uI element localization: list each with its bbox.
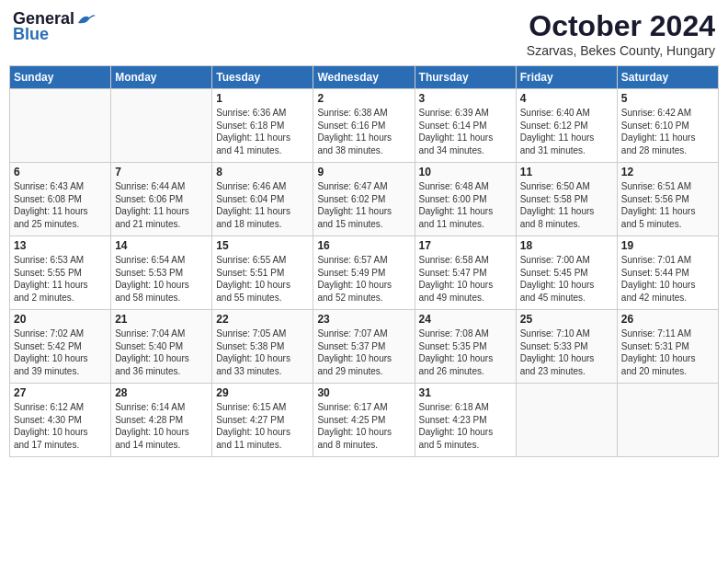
day-number: 13 bbox=[14, 239, 107, 252]
day-details: Sunrise: 6:17 AM Sunset: 4:25 PM Dayligh… bbox=[317, 401, 410, 451]
day-details: Sunrise: 7:08 AM Sunset: 5:35 PM Dayligh… bbox=[419, 327, 512, 377]
calendar-cell bbox=[617, 384, 718, 457]
calendar-cell: 25Sunrise: 7:10 AM Sunset: 5:33 PM Dayli… bbox=[516, 310, 617, 384]
calendar-table: SundayMondayTuesdayWednesdayThursdayFrid… bbox=[9, 65, 719, 457]
day-number: 28 bbox=[115, 386, 208, 399]
day-number: 29 bbox=[216, 386, 309, 399]
day-number: 15 bbox=[216, 239, 309, 252]
day-number: 18 bbox=[520, 239, 613, 252]
calendar-cell: 27Sunrise: 6:12 AM Sunset: 4:30 PM Dayli… bbox=[10, 384, 111, 457]
day-number: 16 bbox=[317, 239, 410, 252]
day-details: Sunrise: 6:18 AM Sunset: 4:23 PM Dayligh… bbox=[419, 401, 512, 451]
day-number: 2 bbox=[317, 92, 410, 105]
logo-blue-text: Blue bbox=[13, 25, 49, 44]
calendar-cell: 26Sunrise: 7:11 AM Sunset: 5:31 PM Dayli… bbox=[617, 310, 718, 384]
calendar-cell: 8Sunrise: 6:46 AM Sunset: 6:04 PM Daylig… bbox=[212, 163, 313, 236]
day-number: 3 bbox=[419, 92, 512, 105]
day-details: Sunrise: 6:54 AM Sunset: 5:53 PM Dayligh… bbox=[115, 254, 208, 304]
col-header-wednesday: Wednesday bbox=[313, 66, 415, 89]
day-number: 5 bbox=[621, 92, 714, 105]
day-number: 4 bbox=[520, 92, 613, 105]
calendar-week-4: 20Sunrise: 7:02 AM Sunset: 5:42 PM Dayli… bbox=[10, 310, 719, 384]
day-number: 26 bbox=[621, 313, 714, 326]
calendar-cell: 30Sunrise: 6:17 AM Sunset: 4:25 PM Dayli… bbox=[313, 384, 415, 457]
day-details: Sunrise: 6:15 AM Sunset: 4:27 PM Dayligh… bbox=[216, 401, 309, 451]
day-details: Sunrise: 6:55 AM Sunset: 5:51 PM Dayligh… bbox=[216, 254, 309, 304]
day-number: 23 bbox=[317, 313, 410, 326]
calendar-cell: 4Sunrise: 6:40 AM Sunset: 6:12 PM Daylig… bbox=[516, 89, 617, 163]
day-details: Sunrise: 6:46 AM Sunset: 6:04 PM Dayligh… bbox=[216, 180, 309, 230]
calendar-cell bbox=[516, 384, 617, 457]
col-header-thursday: Thursday bbox=[415, 66, 516, 89]
title-block: October 2024 Szarvas, Bekes County, Hung… bbox=[527, 9, 715, 58]
calendar-cell: 14Sunrise: 6:54 AM Sunset: 5:53 PM Dayli… bbox=[111, 236, 212, 310]
col-header-saturday: Saturday bbox=[617, 66, 718, 89]
col-header-monday: Monday bbox=[111, 66, 212, 89]
calendar-cell: 24Sunrise: 7:08 AM Sunset: 5:35 PM Dayli… bbox=[415, 310, 516, 384]
day-number: 9 bbox=[317, 166, 410, 178]
day-number: 10 bbox=[419, 166, 512, 178]
calendar-cell bbox=[111, 89, 212, 163]
day-details: Sunrise: 7:02 AM Sunset: 5:42 PM Dayligh… bbox=[14, 327, 107, 377]
day-number: 8 bbox=[216, 166, 309, 178]
calendar-cell: 31Sunrise: 6:18 AM Sunset: 4:23 PM Dayli… bbox=[415, 384, 516, 457]
calendar-cell: 11Sunrise: 6:50 AM Sunset: 5:58 PM Dayli… bbox=[516, 163, 617, 236]
day-details: Sunrise: 6:39 AM Sunset: 6:14 PM Dayligh… bbox=[419, 107, 512, 156]
calendar-cell: 22Sunrise: 7:05 AM Sunset: 5:38 PM Dayli… bbox=[212, 310, 313, 384]
day-details: Sunrise: 6:43 AM Sunset: 6:08 PM Dayligh… bbox=[14, 180, 107, 230]
day-details: Sunrise: 6:51 AM Sunset: 5:56 PM Dayligh… bbox=[621, 180, 714, 230]
calendar-cell bbox=[10, 89, 111, 163]
day-details: Sunrise: 7:07 AM Sunset: 5:37 PM Dayligh… bbox=[317, 327, 410, 377]
calendar-cell: 28Sunrise: 6:14 AM Sunset: 4:28 PM Dayli… bbox=[111, 384, 212, 457]
calendar-cell: 18Sunrise: 7:00 AM Sunset: 5:45 PM Dayli… bbox=[516, 236, 617, 310]
calendar-cell: 5Sunrise: 6:42 AM Sunset: 6:10 PM Daylig… bbox=[617, 89, 718, 163]
day-details: Sunrise: 6:47 AM Sunset: 6:02 PM Dayligh… bbox=[317, 180, 410, 230]
calendar-cell: 7Sunrise: 6:44 AM Sunset: 6:06 PM Daylig… bbox=[111, 163, 212, 236]
day-details: Sunrise: 6:44 AM Sunset: 6:06 PM Dayligh… bbox=[115, 180, 208, 230]
calendar-cell: 12Sunrise: 6:51 AM Sunset: 5:56 PM Dayli… bbox=[617, 163, 718, 236]
page-header: General Blue October 2024 Szarvas, Bekes… bbox=[9, 9, 719, 58]
col-header-tuesday: Tuesday bbox=[212, 66, 313, 89]
calendar-cell: 29Sunrise: 6:15 AM Sunset: 4:27 PM Dayli… bbox=[212, 384, 313, 457]
logo-bird-icon bbox=[76, 12, 97, 27]
day-details: Sunrise: 6:58 AM Sunset: 5:47 PM Dayligh… bbox=[419, 254, 512, 304]
day-number: 24 bbox=[419, 313, 512, 326]
calendar-cell: 10Sunrise: 6:48 AM Sunset: 6:00 PM Dayli… bbox=[415, 163, 516, 236]
calendar-week-2: 6Sunrise: 6:43 AM Sunset: 6:08 PM Daylig… bbox=[10, 163, 719, 236]
day-number: 25 bbox=[520, 313, 613, 326]
day-number: 12 bbox=[621, 166, 714, 178]
day-number: 1 bbox=[216, 92, 309, 105]
day-number: 11 bbox=[520, 166, 613, 178]
calendar-cell: 3Sunrise: 6:39 AM Sunset: 6:14 PM Daylig… bbox=[415, 89, 516, 163]
day-details: Sunrise: 7:11 AM Sunset: 5:31 PM Dayligh… bbox=[621, 327, 714, 377]
day-details: Sunrise: 6:38 AM Sunset: 6:16 PM Dayligh… bbox=[317, 107, 410, 156]
day-number: 27 bbox=[14, 386, 107, 399]
day-details: Sunrise: 6:36 AM Sunset: 6:18 PM Dayligh… bbox=[216, 107, 309, 156]
day-number: 30 bbox=[317, 386, 410, 399]
day-details: Sunrise: 6:53 AM Sunset: 5:55 PM Dayligh… bbox=[14, 254, 107, 304]
day-number: 19 bbox=[621, 239, 714, 252]
calendar-cell: 13Sunrise: 6:53 AM Sunset: 5:55 PM Dayli… bbox=[10, 236, 111, 310]
day-details: Sunrise: 7:10 AM Sunset: 5:33 PM Dayligh… bbox=[520, 327, 613, 377]
calendar-cell: 17Sunrise: 6:58 AM Sunset: 5:47 PM Dayli… bbox=[415, 236, 516, 310]
day-details: Sunrise: 6:48 AM Sunset: 6:00 PM Dayligh… bbox=[419, 180, 512, 230]
col-header-sunday: Sunday bbox=[10, 66, 111, 89]
calendar-cell: 2Sunrise: 6:38 AM Sunset: 6:16 PM Daylig… bbox=[313, 89, 415, 163]
day-number: 21 bbox=[115, 313, 208, 326]
day-details: Sunrise: 6:12 AM Sunset: 4:30 PM Dayligh… bbox=[14, 401, 107, 451]
calendar-cell: 20Sunrise: 7:02 AM Sunset: 5:42 PM Dayli… bbox=[10, 310, 111, 384]
day-details: Sunrise: 6:40 AM Sunset: 6:12 PM Dayligh… bbox=[520, 107, 613, 156]
month-title: October 2024 bbox=[527, 9, 715, 43]
day-number: 17 bbox=[419, 239, 512, 252]
calendar-week-5: 27Sunrise: 6:12 AM Sunset: 4:30 PM Dayli… bbox=[10, 384, 719, 457]
calendar-cell: 9Sunrise: 6:47 AM Sunset: 6:02 PM Daylig… bbox=[313, 163, 415, 236]
location-title: Szarvas, Bekes County, Hungary bbox=[527, 43, 715, 58]
day-number: 6 bbox=[14, 166, 107, 178]
col-header-friday: Friday bbox=[516, 66, 617, 89]
calendar-cell: 1Sunrise: 6:36 AM Sunset: 6:18 PM Daylig… bbox=[212, 89, 313, 163]
day-details: Sunrise: 7:04 AM Sunset: 5:40 PM Dayligh… bbox=[115, 327, 208, 377]
day-number: 7 bbox=[115, 166, 208, 178]
day-number: 31 bbox=[419, 386, 512, 399]
day-number: 20 bbox=[14, 313, 107, 326]
day-details: Sunrise: 6:14 AM Sunset: 4:28 PM Dayligh… bbox=[115, 401, 208, 451]
